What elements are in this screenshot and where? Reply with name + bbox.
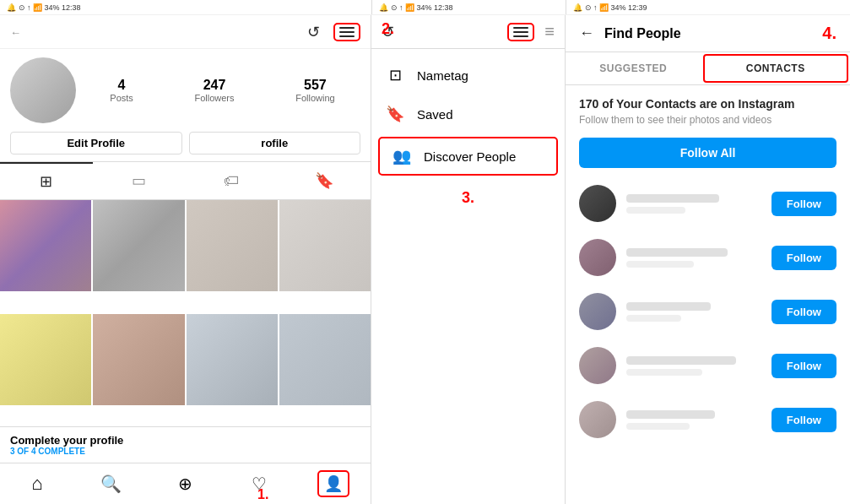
menu-items-list: ⊡ Nametag 🔖 Saved 👥 Discover People — [371, 49, 565, 186]
stat-following: 557 Following — [295, 78, 334, 103]
bottom-nav: ⌂ 🔍 ⊕ ♡ 👤 1. — [0, 463, 371, 504]
contact-info-4 — [626, 356, 761, 376]
stat-posts: 4 Posts — [110, 78, 133, 103]
edit-profile-button[interactable]: Edit Profile — [10, 132, 182, 154]
nav-profile[interactable]: 👤 — [296, 470, 371, 497]
nav-add[interactable]: ⊕ — [149, 470, 223, 497]
contacts-subtitle: Follow them to see their photos and vide… — [579, 114, 836, 126]
hamburger-line-3 — [339, 35, 355, 37]
contacts-count: 170 of Your Contacts are on Instagram — [579, 97, 836, 111]
dropdown-menu-panel: ↺ 2. ≡ ⊡ Nametag 🔖 Saved — [371, 15, 566, 504]
saved-label: Saved — [417, 107, 453, 122]
contacts-content: 170 of Your Contacts are on Instagram Fo… — [566, 85, 850, 504]
photo-cell-2[interactable] — [93, 200, 184, 291]
menu-item-saved[interactable]: 🔖 Saved — [371, 95, 565, 133]
contact-avatar-1 — [579, 185, 616, 222]
h-line-2 — [513, 31, 528, 33]
photo-cell-3[interactable] — [187, 200, 278, 291]
saved-icon: 🔖 — [385, 105, 405, 123]
status-icons-left: 🔔 ⊙ ↑ 📶 34% 12:38 — [7, 3, 81, 12]
followers-label: Followers — [194, 93, 234, 103]
following-count: 557 — [304, 78, 327, 93]
contact-info-2 — [626, 248, 761, 268]
photo-cell-1[interactable] — [0, 200, 91, 291]
contact-name-1 — [626, 194, 719, 203]
photo-cell-5[interactable] — [0, 314, 91, 405]
nav-search[interactable]: 🔍 — [74, 470, 149, 497]
find-people-tabs: SUGGESTED CONTACTS — [566, 52, 850, 85]
status-bar-middle: 🔔 ⊙ ↑ 📶 34% 12:38 — [371, 0, 566, 14]
contact-avatar-5 — [579, 401, 616, 438]
discover-people-icon: 👥 — [392, 147, 412, 165]
contact-avatar-2 — [579, 239, 616, 276]
contacts-header: 170 of Your Contacts are on Instagram Fo… — [566, 85, 850, 129]
complete-profile-title: Complete your profile — [10, 434, 360, 447]
history-icon[interactable]: ↺ — [307, 23, 320, 41]
complete-profile-subtitle: 3 OF 4 COMPLETE — [10, 447, 360, 456]
contact-info-5 — [626, 410, 761, 430]
profile-stats: 4 Posts 247 Followers 557 Following — [84, 78, 360, 103]
posts-count: 4 — [118, 78, 126, 93]
follow-button-4[interactable]: Follow — [771, 354, 836, 378]
nav-home[interactable]: ⌂ — [0, 470, 74, 497]
step3-label: 3. — [371, 186, 565, 210]
h-line-1 — [513, 27, 528, 29]
photo-cell-8[interactable] — [279, 314, 371, 405]
nametag-label: Nametag — [417, 68, 468, 83]
contact-info-1 — [626, 194, 761, 214]
menu-item-nametag[interactable]: ⊡ Nametag — [371, 56, 565, 95]
nametag-icon: ⊡ — [385, 66, 405, 84]
photo-cell-7[interactable] — [187, 314, 278, 405]
follow-button-1[interactable]: Follow — [771, 192, 836, 216]
profile-nav-icon-highlighted[interactable]: 👤 — [317, 470, 349, 497]
contact-item-3: Follow — [566, 285, 850, 339]
status-icons-right: 🔔 ⊙ ↑ 📶 34% 12:39 — [573, 3, 647, 12]
tab-contacts[interactable]: CONTACTS — [703, 54, 849, 83]
nav-activity[interactable]: ♡ — [222, 470, 296, 497]
follow-button-3[interactable]: Follow — [771, 300, 836, 324]
profile-content-tabs: ⊞ ▭ 🏷 🔖 — [0, 161, 371, 200]
find-people-header: ← Find People 4. — [566, 15, 850, 52]
contact-avatar-4 — [579, 347, 616, 384]
menu-item-discover-people[interactable]: 👥 Discover People — [378, 137, 558, 176]
hamburger-line-2 — [339, 31, 355, 33]
contact-name-4 — [626, 356, 736, 365]
follow-all-button[interactable]: Follow All — [579, 138, 836, 168]
back-arrow-icon[interactable]: ← — [579, 24, 594, 42]
profile-second-button[interactable]: rofile — [189, 132, 361, 154]
menu-options-icon[interactable]: ≡ — [544, 22, 555, 41]
tag-icon: 🏷 — [224, 172, 239, 190]
contact-item-4: Follow — [566, 339, 850, 393]
photo-cell-4[interactable] — [279, 200, 371, 291]
contact-sub-1 — [626, 207, 685, 214]
hamburger-button-highlighted[interactable] — [507, 23, 534, 41]
contact-name-5 — [626, 410, 715, 419]
hamburger-menu-button[interactable] — [333, 23, 360, 41]
bookmark-icon: 🔖 — [315, 171, 333, 190]
contact-item-5: Follow — [566, 393, 850, 447]
step2-label: 2. — [382, 20, 394, 38]
profile-panel: ← ↺ 4 Posts — [0, 15, 371, 504]
complete-profile-section: Complete your profile 3 OF 4 COMPLETE — [0, 426, 371, 463]
avatar — [10, 57, 76, 123]
step4-label: 4. — [822, 24, 836, 43]
follow-all-container: Follow All — [579, 138, 836, 168]
profile-actions: Edit Profile rofile — [0, 128, 371, 161]
photo-cell-6[interactable] — [93, 314, 184, 405]
contact-name-2 — [626, 248, 728, 257]
find-people-panel: ← Find People 4. SUGGESTED CONTACTS 170 … — [566, 15, 850, 504]
tab-tagged[interactable]: 🏷 — [186, 162, 279, 199]
tab-list[interactable]: ▭ — [93, 162, 186, 199]
tab-saved[interactable]: 🔖 — [278, 162, 371, 199]
status-bar-left: 🔔 ⊙ ↑ 📶 34% 12:38 — [0, 0, 371, 14]
follow-button-5[interactable]: Follow — [771, 408, 836, 432]
tab-grid[interactable]: ⊞ — [0, 162, 93, 199]
contact-name-3 — [626, 302, 711, 311]
contact-info-3 — [626, 302, 761, 322]
posts-label: Posts — [110, 93, 133, 103]
follow-button-2[interactable]: Follow — [771, 246, 836, 270]
contact-item-2: Follow — [566, 230, 850, 285]
grid-icon: ⊞ — [40, 172, 52, 191]
contact-item-1: Follow — [566, 176, 850, 230]
tab-suggested[interactable]: SUGGESTED — [566, 52, 701, 84]
